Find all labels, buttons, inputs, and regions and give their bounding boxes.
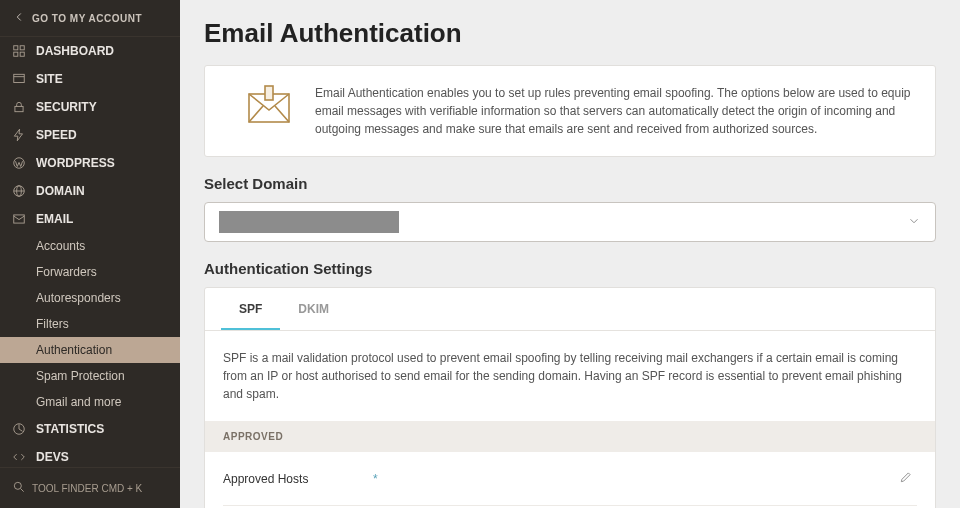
go-to-account-label: GO TO MY ACCOUNT [32,13,142,24]
row-approved-hosts: Approved Hosts * [223,452,917,506]
nav-sub-label: Authentication [36,343,112,357]
lock-icon [12,100,26,114]
auth-settings-section: Authentication Settings SPF DKIM SPF is … [204,260,936,508]
chart-icon [12,422,26,436]
tab-label: SPF [239,302,262,316]
sidebar-item-security[interactable]: SECURITY [0,93,180,121]
sidebar-sub-accounts[interactable]: Accounts [0,233,180,259]
devs-icon [12,450,26,464]
svg-rect-4 [14,74,25,82]
page-title: Email Authentication [204,18,936,49]
svg-rect-2 [14,52,18,56]
nav-sub-label: Filters [36,317,69,331]
wordpress-icon [12,156,26,170]
svg-rect-6 [15,106,23,111]
sidebar-item-email[interactable]: EMAIL [0,205,180,233]
auth-settings-label: Authentication Settings [204,260,936,277]
sidebar-sub-authentication[interactable]: Authentication [0,337,180,363]
spf-description: SPF is a mail validation protocol used t… [223,349,917,403]
speed-icon [12,128,26,142]
approved-header: APPROVED [205,421,935,452]
auth-tabs: SPF DKIM [205,288,935,331]
sidebar-sub-forwarders[interactable]: Forwarders [0,259,180,285]
sidebar-item-devs[interactable]: DEVS [0,443,180,467]
intro-card: Email Authentication enables you to set … [204,65,936,157]
go-to-account-link[interactable]: GO TO MY ACCOUNT [0,0,180,37]
domain-select[interactable] [204,202,936,242]
tab-label: DKIM [298,302,329,316]
nav-sub-label: Forwarders [36,265,97,279]
sidebar-sub-filters[interactable]: Filters [0,311,180,337]
nav-label: SITE [36,72,63,86]
nav-sub-label: Gmail and more [36,395,121,409]
svg-rect-16 [265,86,273,100]
nav-label: SECURITY [36,100,97,114]
sidebar-item-dashboard[interactable]: DASHBOARD [0,37,180,65]
svg-point-13 [14,482,21,489]
nav-sub-label: Spam Protection [36,369,125,383]
globe-icon [12,184,26,198]
nav-label: SPEED [36,128,77,142]
nav-sub-label: Autoresponders [36,291,121,305]
sidebar-item-site[interactable]: SITE [0,65,180,93]
sidebar-nav: DASHBOARD SITE SECURITY SPEED [0,37,180,467]
edit-approved-hosts[interactable] [895,466,917,491]
main-content: Email Authentication Email Authenticatio… [180,0,960,508]
domain-selected-value [219,211,399,233]
svg-rect-11 [14,215,25,223]
nav-label: STATISTICS [36,422,104,436]
sidebar-sub-spam-protection[interactable]: Spam Protection [0,363,180,389]
tool-finder-label: TOOL FINDER CMD + K [32,483,142,494]
tab-body-spf: SPF is a mail validation protocol used t… [205,331,935,508]
chevron-down-icon [907,214,921,231]
svg-rect-0 [14,46,18,50]
auth-card: SPF DKIM SPF is a mail validation protoc… [204,287,936,508]
svg-rect-1 [20,46,24,50]
sidebar-item-wordpress[interactable]: WORDPRESS [0,149,180,177]
pencil-icon [899,473,913,487]
sidebar-sub-autoresponders[interactable]: Autoresponders [0,285,180,311]
mail-icon [12,212,26,226]
select-domain-label: Select Domain [204,175,936,192]
tool-finder-button[interactable]: TOOL FINDER CMD + K [0,467,180,508]
dashboard-icon [12,44,26,58]
sidebar: GO TO MY ACCOUNT DASHBOARD SITE SECURITY [0,0,180,508]
row-label: Approved Hosts [223,472,373,486]
tab-dkim[interactable]: DKIM [280,288,347,330]
nav-label: WORDPRESS [36,156,115,170]
nav-sub-label: Accounts [36,239,85,253]
nav-label: EMAIL [36,212,73,226]
search-icon [12,480,26,496]
select-domain-section: Select Domain [204,175,936,242]
nav-label: DEVS [36,450,69,464]
svg-line-14 [21,489,24,492]
site-icon [12,72,26,86]
sidebar-sub-gmail-and-more[interactable]: Gmail and more [0,389,180,415]
tab-spf[interactable]: SPF [221,288,280,330]
intro-text: Email Authentication enables you to set … [315,84,915,138]
sidebar-item-statistics[interactable]: STATISTICS [0,415,180,443]
sidebar-item-domain[interactable]: DOMAIN [0,177,180,205]
email-illustration-icon [245,84,293,131]
sidebar-item-speed[interactable]: SPEED [0,121,180,149]
row-value: * [373,472,895,486]
arrow-left-icon [12,10,26,26]
nav-label: DASHBOARD [36,44,114,58]
svg-rect-3 [20,52,24,56]
nav-label: DOMAIN [36,184,85,198]
